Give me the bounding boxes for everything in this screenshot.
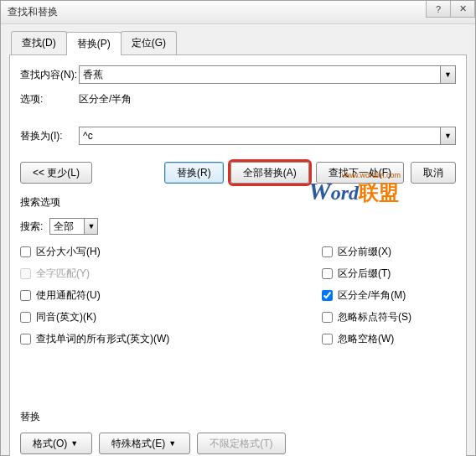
checkbox-columns: 区分大小写(H) 全字匹配(Y) 使用通配符(U) 同音(英文)(K) 查找单词…: [20, 245, 456, 354]
main-panel: 查找内容(N): ▼ 选项: 区分全/半角 替换为(I): ▼ www.word…: [9, 54, 467, 456]
tab-strip: 查找(D) 替换(P) 定位(G): [11, 31, 475, 54]
chk-match-prefix-box[interactable]: [322, 246, 333, 257]
replace-button[interactable]: 替换(R): [164, 162, 224, 184]
replace-label: 替换为(I):: [20, 129, 79, 143]
replace-all-button[interactable]: 全部替换(A): [230, 162, 309, 184]
find-combo: ▼: [79, 65, 456, 84]
bottom-title: 替换: [20, 410, 456, 424]
search-options-title: 搜索选项: [20, 195, 456, 210]
chk-match-case-box[interactable]: [20, 246, 31, 257]
chk-all-forms-box[interactable]: [20, 334, 31, 345]
chk-match-case[interactable]: 区分大小写(H): [20, 245, 322, 259]
tab-goto[interactable]: 定位(G): [121, 31, 177, 54]
search-direction-row: 搜索: ▼: [20, 218, 456, 235]
titlebar: 查找和替换 ? ✕: [1, 1, 475, 24]
close-button[interactable]: ✕: [450, 1, 475, 18]
chk-full-half[interactable]: 区分全/半角(M): [322, 288, 456, 303]
watermark-url: www.wordlm.com: [342, 171, 401, 179]
replace-row: 替换为(I): ▼: [20, 127, 456, 145]
checkbox-col-left: 区分大小写(H) 全字匹配(Y) 使用通配符(U) 同音(英文)(K) 查找单词…: [20, 245, 322, 354]
search-direction-label: 搜索:: [20, 220, 43, 234]
help-button[interactable]: ?: [426, 1, 451, 18]
chk-ignore-punct[interactable]: 忽略标点符号(S): [322, 310, 456, 324]
no-format-button: 不限定格式(T): [197, 433, 285, 454]
find-input[interactable]: [79, 65, 441, 84]
checkbox-col-right: 区分前缀(X) 区分后缀(T) 区分全/半角(M) 忽略标点符号(S) 忽略空格…: [322, 245, 456, 354]
search-direction-arrow[interactable]: ▼: [85, 218, 98, 235]
replace-combo: ▼: [79, 127, 456, 145]
search-direction-combo: ▼: [49, 218, 98, 235]
chk-all-forms[interactable]: 查找单词的所有形式(英文)(W): [20, 332, 322, 346]
cancel-button[interactable]: 取消: [411, 162, 456, 184]
dialog-window: 查找和替换 ? ✕ 查找(D) 替换(P) 定位(G) 查找内容(N): ▼ 选…: [0, 0, 476, 456]
chk-wildcards-box[interactable]: [20, 290, 31, 301]
replace-input[interactable]: [79, 127, 441, 145]
special-button[interactable]: 特殊格式(E)▼: [99, 433, 190, 454]
chk-ignore-space-box[interactable]: [322, 334, 333, 345]
options-label: 选项:: [20, 92, 79, 106]
chk-ignore-punct-box[interactable]: [322, 312, 333, 323]
chk-match-suffix-box[interactable]: [322, 268, 333, 279]
chk-match-suffix[interactable]: 区分后缀(T): [322, 267, 456, 281]
chk-ignore-space[interactable]: 忽略空格(W): [322, 332, 456, 346]
bottom-section: 替换 格式(O)▼ 特殊格式(E)▼ 不限定格式(T): [20, 410, 456, 454]
find-dropdown-arrow[interactable]: ▼: [441, 65, 456, 84]
chk-wildcards[interactable]: 使用通配符(U): [20, 288, 322, 303]
chk-sounds-like[interactable]: 同音(英文)(K): [20, 310, 322, 324]
chk-whole-word-box: [20, 268, 31, 279]
chk-whole-word: 全字匹配(Y): [20, 267, 322, 281]
less-button[interactable]: << 更少(L): [20, 162, 92, 184]
format-button[interactable]: 格式(O)▼: [20, 433, 92, 454]
chk-sounds-like-box[interactable]: [20, 312, 31, 323]
tab-replace[interactable]: 替换(P): [66, 32, 122, 55]
window-title: 查找和替换: [8, 5, 58, 19]
options-row: 选项: 区分全/半角: [20, 92, 456, 106]
replace-dropdown-arrow[interactable]: ▼: [441, 127, 456, 145]
tab-find[interactable]: 查找(D): [11, 31, 67, 54]
chevron-down-icon: ▼: [70, 439, 78, 448]
find-label: 查找内容(N):: [20, 68, 79, 82]
window-controls: ? ✕: [427, 1, 475, 18]
bottom-buttons: 格式(O)▼ 特殊格式(E)▼ 不限定格式(T): [20, 433, 456, 454]
find-row: 查找内容(N): ▼: [20, 65, 456, 84]
search-direction-input[interactable]: [49, 218, 85, 235]
options-value: 区分全/半角: [79, 92, 132, 106]
chk-match-prefix[interactable]: 区分前缀(X): [322, 245, 456, 259]
chk-full-half-box[interactable]: [322, 290, 333, 301]
chevron-down-icon: ▼: [168, 439, 176, 448]
